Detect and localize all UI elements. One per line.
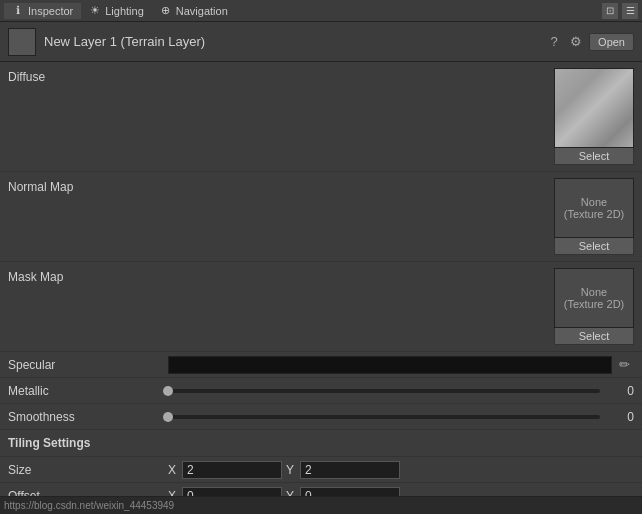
tab-inspector[interactable]: ℹ Inspector (4, 3, 81, 19)
size-x-field: X (168, 461, 282, 479)
mask-map-texture-slot: None (Texture 2D) Select (554, 268, 634, 345)
normal-map-texture-slot: None (Texture 2D) Select (554, 178, 634, 255)
specular-color-swatch[interactable] (168, 356, 612, 374)
header-controls: ? ⚙ Open (545, 33, 634, 51)
mask-map-field: Mask Map None (Texture 2D) Select (0, 262, 642, 352)
maximize-button[interactable]: ⊡ (602, 3, 618, 19)
size-y-field: Y (286, 461, 400, 479)
mask-map-type-text: (Texture 2D) (564, 298, 625, 310)
tab-inspector-label: Inspector (28, 5, 73, 17)
tiling-settings-header: Tiling Settings (0, 430, 642, 457)
normal-map-select-button[interactable]: Select (554, 238, 634, 255)
diffuse-label: Diffuse (8, 68, 554, 84)
mask-map-label: Mask Map (8, 268, 168, 284)
tab-navigation-label: Navigation (176, 5, 228, 17)
size-x-axis: X (168, 463, 180, 477)
mask-map-none-text: None (581, 286, 607, 298)
smoothness-label: Smoothness (8, 410, 168, 424)
lighting-icon: ☀ (89, 5, 101, 17)
layer-icon (8, 28, 36, 56)
page-title: New Layer 1 (Terrain Layer) (44, 34, 545, 49)
smoothness-slider-container: 0 (168, 410, 634, 424)
size-field: Size X Y (0, 457, 642, 483)
normal-map-none-text: None (581, 196, 607, 208)
specular-label: Specular (8, 358, 168, 372)
size-label: Size (8, 463, 168, 477)
inspector-icon: ℹ (12, 5, 24, 17)
settings-button[interactable]: ⚙ (567, 33, 585, 51)
specular-field: Specular ✏ (0, 352, 642, 378)
normal-map-field: Normal Map None (Texture 2D) Select (0, 172, 642, 262)
metallic-field: Metallic 0 (0, 378, 642, 404)
metallic-slider-container: 0 (168, 384, 634, 398)
tab-bar: ℹ Inspector ☀ Lighting ⊕ Navigation ⊡ ☰ (0, 0, 642, 22)
smoothness-slider-track[interactable] (168, 415, 600, 419)
normal-map-label: Normal Map (8, 178, 168, 194)
size-y-axis: Y (286, 463, 298, 477)
mask-map-preview[interactable]: None (Texture 2D) (554, 268, 634, 328)
url-text: https://blog.csdn.net/weixin_44453949 (4, 500, 174, 511)
size-x-input[interactable] (182, 461, 282, 479)
metallic-slider-thumb (163, 386, 173, 396)
diffuse-preview-image (555, 69, 633, 147)
open-button[interactable]: Open (589, 33, 634, 51)
diffuse-field: Diffuse Select (0, 62, 642, 172)
diffuse-preview[interactable] (554, 68, 634, 148)
normal-map-preview[interactable]: None (Texture 2D) (554, 178, 634, 238)
tab-lighting[interactable]: ☀ Lighting (81, 3, 152, 19)
diffuse-texture-slot: Select (554, 68, 634, 165)
help-button[interactable]: ? (545, 33, 563, 51)
diffuse-select-button[interactable]: Select (554, 148, 634, 165)
size-y-input[interactable] (300, 461, 400, 479)
mask-map-select-button[interactable]: Select (554, 328, 634, 345)
tab-navigation[interactable]: ⊕ Navigation (152, 3, 236, 19)
smoothness-field: Smoothness 0 (0, 404, 642, 430)
header: New Layer 1 (Terrain Layer) ? ⚙ Open (0, 22, 642, 62)
url-bar: https://blog.csdn.net/weixin_44453949 (0, 496, 642, 514)
normal-map-type-text: (Texture 2D) (564, 208, 625, 220)
navigation-icon: ⊕ (160, 5, 172, 17)
metallic-label: Metallic (8, 384, 168, 398)
tab-bar-controls: ⊡ ☰ (602, 3, 638, 19)
size-inputs: X Y (168, 461, 400, 479)
tab-lighting-label: Lighting (105, 5, 144, 17)
menu-button[interactable]: ☰ (622, 3, 638, 19)
smoothness-slider-thumb (163, 412, 173, 422)
metallic-value: 0 (604, 384, 634, 398)
smoothness-value: 0 (604, 410, 634, 424)
tiling-settings-label: Tiling Settings (8, 436, 90, 450)
eyedropper-button[interactable]: ✏ (614, 355, 634, 375)
metallic-slider-track[interactable] (168, 389, 600, 393)
